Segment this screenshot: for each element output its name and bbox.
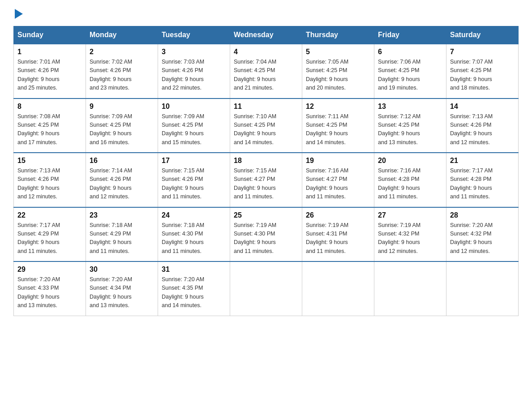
day-cell-20: 20 Sunrise: 7:16 AM Sunset: 4:28 PM Dayl… [374, 153, 446, 207]
day-info: Sunrise: 7:09 AM Sunset: 4:25 PM Dayligh… [90, 112, 154, 147]
day-number: 31 [162, 265, 226, 274]
day-cell-19: 19 Sunrise: 7:16 AM Sunset: 4:27 PM Dayl… [302, 153, 374, 207]
day-info: Sunrise: 7:09 AM Sunset: 4:25 PM Dayligh… [162, 112, 226, 147]
day-number: 6 [378, 48, 442, 56]
day-number: 2 [90, 48, 154, 56]
day-number: 8 [17, 103, 82, 111]
day-info: Sunrise: 7:16 AM Sunset: 4:28 PM Dayligh… [378, 167, 442, 201]
day-cell-24: 24 Sunrise: 7:18 AM Sunset: 4:30 PM Dayl… [158, 207, 230, 262]
logo-arrow-icon [15, 9, 25, 19]
day-number: 4 [234, 48, 298, 56]
day-info: Sunrise: 7:17 AM Sunset: 4:28 PM Dayligh… [450, 167, 515, 201]
day-cell-6: 6 Sunrise: 7:06 AM Sunset: 4:25 PM Dayli… [374, 44, 446, 98]
weekday-header-tuesday: Tuesday [158, 26, 230, 44]
day-info: Sunrise: 7:15 AM Sunset: 4:27 PM Dayligh… [234, 167, 298, 201]
day-info: Sunrise: 7:18 AM Sunset: 4:29 PM Dayligh… [90, 221, 154, 256]
week-row-1: 1 Sunrise: 7:01 AM Sunset: 4:26 PM Dayli… [14, 44, 519, 98]
day-number: 20 [378, 157, 442, 165]
day-cell-21: 21 Sunrise: 7:17 AM Sunset: 4:28 PM Dayl… [446, 153, 519, 207]
day-info: Sunrise: 7:04 AM Sunset: 4:25 PM Dayligh… [234, 58, 298, 93]
day-info: Sunrise: 7:15 AM Sunset: 4:26 PM Dayligh… [162, 167, 226, 201]
day-number: 9 [90, 103, 154, 111]
logo [13, 9, 25, 18]
day-number: 12 [306, 103, 370, 111]
day-number: 25 [234, 211, 298, 219]
empty-cell [302, 261, 374, 316]
empty-cell [374, 261, 446, 316]
day-number: 5 [306, 48, 370, 56]
day-number: 16 [90, 157, 154, 165]
empty-cell [230, 261, 302, 316]
day-number: 27 [378, 211, 442, 219]
day-cell-28: 28 Sunrise: 7:20 AM Sunset: 4:32 PM Dayl… [446, 207, 519, 262]
day-info: Sunrise: 7:06 AM Sunset: 4:25 PM Dayligh… [378, 58, 442, 93]
day-cell-18: 18 Sunrise: 7:15 AM Sunset: 4:27 PM Dayl… [230, 153, 302, 207]
day-cell-2: 2 Sunrise: 7:02 AM Sunset: 4:26 PM Dayli… [86, 44, 158, 98]
calendar-table: SundayMondayTuesdayWednesdayThursdayFrid… [13, 26, 519, 316]
day-number: 17 [162, 157, 226, 165]
weekday-header-friday: Friday [374, 26, 446, 44]
day-info: Sunrise: 7:20 AM Sunset: 4:32 PM Dayligh… [450, 221, 515, 256]
day-info: Sunrise: 7:03 AM Sunset: 4:26 PM Dayligh… [162, 58, 226, 93]
day-cell-26: 26 Sunrise: 7:19 AM Sunset: 4:31 PM Dayl… [302, 207, 374, 262]
weekday-header-sunday: Sunday [14, 26, 86, 44]
day-info: Sunrise: 7:05 AM Sunset: 4:25 PM Dayligh… [306, 58, 370, 93]
day-cell-1: 1 Sunrise: 7:01 AM Sunset: 4:26 PM Dayli… [14, 44, 86, 98]
day-cell-11: 11 Sunrise: 7:10 AM Sunset: 4:25 PM Dayl… [230, 98, 302, 153]
day-cell-7: 7 Sunrise: 7:07 AM Sunset: 4:25 PM Dayli… [446, 44, 519, 98]
day-number: 23 [90, 211, 154, 219]
day-cell-31: 31 Sunrise: 7:20 AM Sunset: 4:35 PM Dayl… [158, 261, 230, 316]
weekday-header-thursday: Thursday [302, 26, 374, 44]
day-cell-10: 10 Sunrise: 7:09 AM Sunset: 4:25 PM Dayl… [158, 98, 230, 153]
day-cell-15: 15 Sunrise: 7:13 AM Sunset: 4:26 PM Dayl… [14, 153, 86, 207]
day-info: Sunrise: 7:16 AM Sunset: 4:27 PM Dayligh… [306, 167, 370, 201]
day-number: 26 [306, 211, 370, 219]
day-info: Sunrise: 7:19 AM Sunset: 4:32 PM Dayligh… [378, 221, 442, 256]
day-info: Sunrise: 7:12 AM Sunset: 4:25 PM Dayligh… [378, 112, 442, 147]
day-number: 21 [450, 157, 515, 165]
week-row-3: 15 Sunrise: 7:13 AM Sunset: 4:26 PM Dayl… [14, 153, 519, 207]
day-cell-17: 17 Sunrise: 7:15 AM Sunset: 4:26 PM Dayl… [158, 153, 230, 207]
day-info: Sunrise: 7:13 AM Sunset: 4:26 PM Dayligh… [17, 167, 82, 201]
day-number: 14 [450, 103, 515, 111]
day-cell-16: 16 Sunrise: 7:14 AM Sunset: 4:26 PM Dayl… [86, 153, 158, 207]
day-number: 22 [17, 211, 82, 219]
day-number: 18 [234, 157, 298, 165]
day-info: Sunrise: 7:13 AM Sunset: 4:26 PM Dayligh… [450, 112, 515, 147]
day-number: 29 [17, 265, 82, 274]
day-info: Sunrise: 7:02 AM Sunset: 4:26 PM Dayligh… [90, 58, 154, 93]
day-number: 10 [162, 103, 226, 111]
weekday-header-row: SundayMondayTuesdayWednesdayThursdayFrid… [14, 26, 519, 44]
empty-cell [446, 261, 519, 316]
week-row-4: 22 Sunrise: 7:17 AM Sunset: 4:29 PM Dayl… [14, 207, 519, 262]
day-cell-8: 8 Sunrise: 7:08 AM Sunset: 4:25 PM Dayli… [14, 98, 86, 153]
day-info: Sunrise: 7:01 AM Sunset: 4:26 PM Dayligh… [17, 58, 82, 93]
day-number: 1 [17, 48, 82, 56]
day-cell-23: 23 Sunrise: 7:18 AM Sunset: 4:29 PM Dayl… [86, 207, 158, 262]
day-cell-27: 27 Sunrise: 7:19 AM Sunset: 4:32 PM Dayl… [374, 207, 446, 262]
day-number: 28 [450, 211, 515, 219]
day-number: 3 [162, 48, 226, 56]
day-number: 7 [450, 48, 515, 56]
day-info: Sunrise: 7:18 AM Sunset: 4:30 PM Dayligh… [162, 221, 226, 256]
svg-marker-0 [15, 9, 23, 19]
week-row-2: 8 Sunrise: 7:08 AM Sunset: 4:25 PM Dayli… [14, 98, 519, 153]
day-cell-29: 29 Sunrise: 7:20 AM Sunset: 4:33 PM Dayl… [14, 261, 86, 316]
day-info: Sunrise: 7:20 AM Sunset: 4:34 PM Dayligh… [90, 275, 154, 310]
day-info: Sunrise: 7:14 AM Sunset: 4:26 PM Dayligh… [90, 167, 154, 201]
day-cell-12: 12 Sunrise: 7:11 AM Sunset: 4:25 PM Dayl… [302, 98, 374, 153]
day-number: 15 [17, 157, 82, 165]
day-info: Sunrise: 7:07 AM Sunset: 4:25 PM Dayligh… [450, 58, 515, 93]
day-cell-5: 5 Sunrise: 7:05 AM Sunset: 4:25 PM Dayli… [302, 44, 374, 98]
day-cell-3: 3 Sunrise: 7:03 AM Sunset: 4:26 PM Dayli… [158, 44, 230, 98]
day-cell-30: 30 Sunrise: 7:20 AM Sunset: 4:34 PM Dayl… [86, 261, 158, 316]
day-info: Sunrise: 7:08 AM Sunset: 4:25 PM Dayligh… [17, 112, 82, 147]
day-number: 30 [90, 265, 154, 274]
weekday-header-wednesday: Wednesday [230, 26, 302, 44]
day-number: 24 [162, 211, 226, 219]
day-info: Sunrise: 7:20 AM Sunset: 4:35 PM Dayligh… [162, 275, 226, 310]
day-cell-9: 9 Sunrise: 7:09 AM Sunset: 4:25 PM Dayli… [86, 98, 158, 153]
day-cell-22: 22 Sunrise: 7:17 AM Sunset: 4:29 PM Dayl… [14, 207, 86, 262]
day-info: Sunrise: 7:19 AM Sunset: 4:30 PM Dayligh… [234, 221, 298, 256]
weekday-header-monday: Monday [86, 26, 158, 44]
